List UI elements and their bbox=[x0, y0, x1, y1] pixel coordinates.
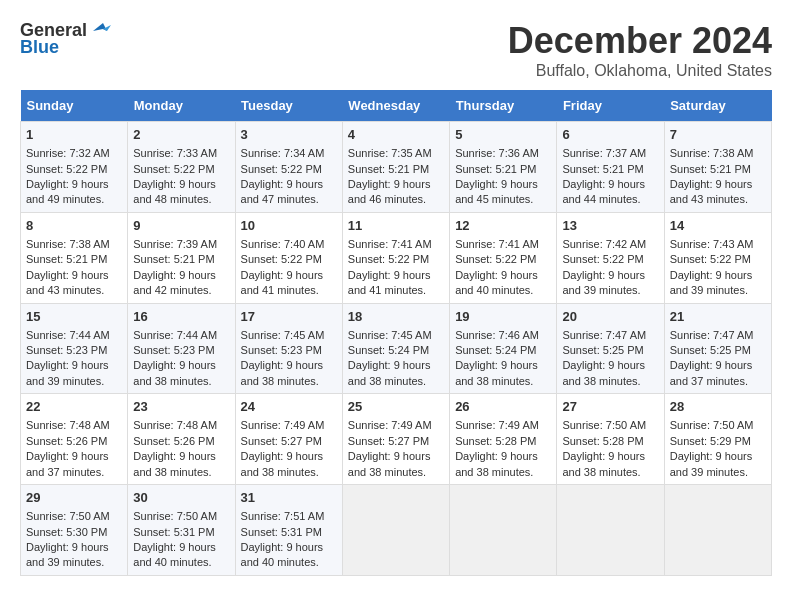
day-number: 5 bbox=[455, 126, 551, 144]
day-number: 16 bbox=[133, 308, 229, 326]
day-number: 23 bbox=[133, 398, 229, 416]
day-number: 4 bbox=[348, 126, 444, 144]
day-cell: 1Sunrise: 7:32 AMSunset: 5:22 PMDaylight… bbox=[21, 122, 128, 213]
day-number: 18 bbox=[348, 308, 444, 326]
day-number: 8 bbox=[26, 217, 122, 235]
header-cell-sunday: Sunday bbox=[21, 90, 128, 122]
title-area: December 2024 Buffalo, Oklahoma, United … bbox=[508, 20, 772, 80]
calendar-table: SundayMondayTuesdayWednesdayThursdayFrid… bbox=[20, 90, 772, 576]
day-cell: 17Sunrise: 7:45 AMSunset: 5:23 PMDayligh… bbox=[235, 303, 342, 394]
day-cell: 2Sunrise: 7:33 AMSunset: 5:22 PMDaylight… bbox=[128, 122, 235, 213]
header-cell-thursday: Thursday bbox=[450, 90, 557, 122]
day-cell bbox=[342, 485, 449, 576]
day-cell: 18Sunrise: 7:45 AMSunset: 5:24 PMDayligh… bbox=[342, 303, 449, 394]
day-cell: 24Sunrise: 7:49 AMSunset: 5:27 PMDayligh… bbox=[235, 394, 342, 485]
day-number: 19 bbox=[455, 308, 551, 326]
logo-text: General Blue bbox=[20, 20, 111, 58]
day-cell: 19Sunrise: 7:46 AMSunset: 5:24 PMDayligh… bbox=[450, 303, 557, 394]
day-cell: 4Sunrise: 7:35 AMSunset: 5:21 PMDaylight… bbox=[342, 122, 449, 213]
day-cell: 13Sunrise: 7:42 AMSunset: 5:22 PMDayligh… bbox=[557, 212, 664, 303]
day-cell: 29Sunrise: 7:50 AMSunset: 5:30 PMDayligh… bbox=[21, 485, 128, 576]
day-number: 10 bbox=[241, 217, 337, 235]
header-cell-tuesday: Tuesday bbox=[235, 90, 342, 122]
day-number: 3 bbox=[241, 126, 337, 144]
day-number: 29 bbox=[26, 489, 122, 507]
week-row: 8Sunrise: 7:38 AMSunset: 5:21 PMDaylight… bbox=[21, 212, 772, 303]
day-cell: 7Sunrise: 7:38 AMSunset: 5:21 PMDaylight… bbox=[664, 122, 771, 213]
logo-blue: Blue bbox=[20, 37, 59, 58]
day-number: 28 bbox=[670, 398, 766, 416]
day-number: 26 bbox=[455, 398, 551, 416]
day-cell: 14Sunrise: 7:43 AMSunset: 5:22 PMDayligh… bbox=[664, 212, 771, 303]
day-number: 13 bbox=[562, 217, 658, 235]
day-cell: 26Sunrise: 7:49 AMSunset: 5:28 PMDayligh… bbox=[450, 394, 557, 485]
day-number: 17 bbox=[241, 308, 337, 326]
day-number: 14 bbox=[670, 217, 766, 235]
week-row: 22Sunrise: 7:48 AMSunset: 5:26 PMDayligh… bbox=[21, 394, 772, 485]
day-cell: 31Sunrise: 7:51 AMSunset: 5:31 PMDayligh… bbox=[235, 485, 342, 576]
header-row: SundayMondayTuesdayWednesdayThursdayFrid… bbox=[21, 90, 772, 122]
day-number: 24 bbox=[241, 398, 337, 416]
day-cell: 10Sunrise: 7:40 AMSunset: 5:22 PMDayligh… bbox=[235, 212, 342, 303]
day-cell: 15Sunrise: 7:44 AMSunset: 5:23 PMDayligh… bbox=[21, 303, 128, 394]
day-number: 7 bbox=[670, 126, 766, 144]
day-cell: 11Sunrise: 7:41 AMSunset: 5:22 PMDayligh… bbox=[342, 212, 449, 303]
month-title: December 2024 bbox=[508, 20, 772, 62]
day-cell: 23Sunrise: 7:48 AMSunset: 5:26 PMDayligh… bbox=[128, 394, 235, 485]
day-cell: 9Sunrise: 7:39 AMSunset: 5:21 PMDaylight… bbox=[128, 212, 235, 303]
day-number: 6 bbox=[562, 126, 658, 144]
day-cell: 16Sunrise: 7:44 AMSunset: 5:23 PMDayligh… bbox=[128, 303, 235, 394]
day-cell: 28Sunrise: 7:50 AMSunset: 5:29 PMDayligh… bbox=[664, 394, 771, 485]
day-cell: 8Sunrise: 7:38 AMSunset: 5:21 PMDaylight… bbox=[21, 212, 128, 303]
week-row: 1Sunrise: 7:32 AMSunset: 5:22 PMDaylight… bbox=[21, 122, 772, 213]
day-cell: 5Sunrise: 7:36 AMSunset: 5:21 PMDaylight… bbox=[450, 122, 557, 213]
day-cell: 27Sunrise: 7:50 AMSunset: 5:28 PMDayligh… bbox=[557, 394, 664, 485]
day-number: 31 bbox=[241, 489, 337, 507]
day-cell bbox=[450, 485, 557, 576]
day-cell: 12Sunrise: 7:41 AMSunset: 5:22 PMDayligh… bbox=[450, 212, 557, 303]
day-number: 25 bbox=[348, 398, 444, 416]
header-cell-friday: Friday bbox=[557, 90, 664, 122]
header-cell-saturday: Saturday bbox=[664, 90, 771, 122]
day-cell: 22Sunrise: 7:48 AMSunset: 5:26 PMDayligh… bbox=[21, 394, 128, 485]
header-cell-wednesday: Wednesday bbox=[342, 90, 449, 122]
week-row: 15Sunrise: 7:44 AMSunset: 5:23 PMDayligh… bbox=[21, 303, 772, 394]
header: General Blue December 2024 Buffalo, Okla… bbox=[20, 20, 772, 80]
day-cell bbox=[557, 485, 664, 576]
day-number: 1 bbox=[26, 126, 122, 144]
logo: General Blue bbox=[20, 20, 111, 58]
day-cell: 25Sunrise: 7:49 AMSunset: 5:27 PMDayligh… bbox=[342, 394, 449, 485]
day-number: 2 bbox=[133, 126, 229, 144]
day-number: 20 bbox=[562, 308, 658, 326]
day-cell: 6Sunrise: 7:37 AMSunset: 5:21 PMDaylight… bbox=[557, 122, 664, 213]
day-number: 21 bbox=[670, 308, 766, 326]
day-number: 27 bbox=[562, 398, 658, 416]
day-cell bbox=[664, 485, 771, 576]
day-cell: 21Sunrise: 7:47 AMSunset: 5:25 PMDayligh… bbox=[664, 303, 771, 394]
day-cell: 3Sunrise: 7:34 AMSunset: 5:22 PMDaylight… bbox=[235, 122, 342, 213]
day-number: 12 bbox=[455, 217, 551, 235]
day-number: 22 bbox=[26, 398, 122, 416]
day-number: 30 bbox=[133, 489, 229, 507]
day-number: 11 bbox=[348, 217, 444, 235]
logo-bird-icon bbox=[89, 21, 111, 41]
day-cell: 20Sunrise: 7:47 AMSunset: 5:25 PMDayligh… bbox=[557, 303, 664, 394]
day-cell: 30Sunrise: 7:50 AMSunset: 5:31 PMDayligh… bbox=[128, 485, 235, 576]
day-number: 15 bbox=[26, 308, 122, 326]
day-number: 9 bbox=[133, 217, 229, 235]
location-title: Buffalo, Oklahoma, United States bbox=[508, 62, 772, 80]
week-row: 29Sunrise: 7:50 AMSunset: 5:30 PMDayligh… bbox=[21, 485, 772, 576]
header-cell-monday: Monday bbox=[128, 90, 235, 122]
